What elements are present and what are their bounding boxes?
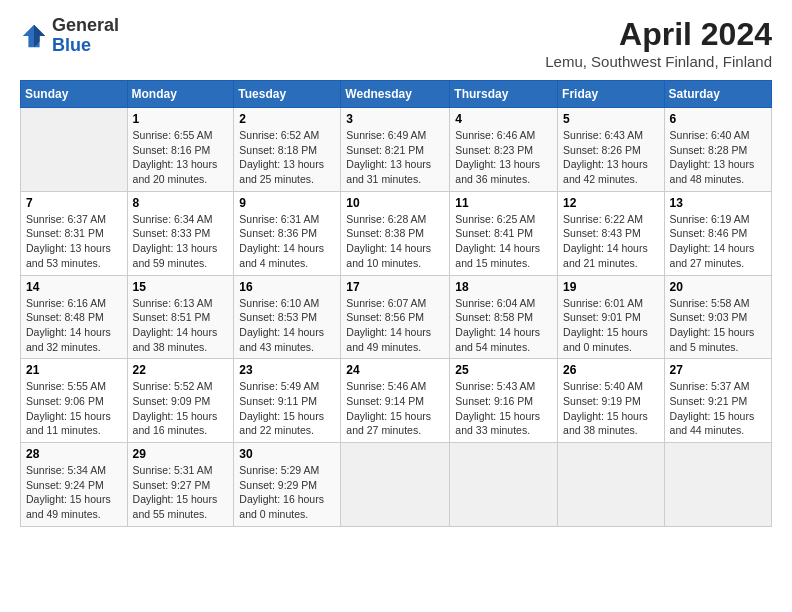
day-number: 2 xyxy=(239,112,335,126)
day-number: 10 xyxy=(346,196,444,210)
day-info: Sunrise: 6:04 AM Sunset: 8:58 PM Dayligh… xyxy=(455,296,552,355)
day-cell: 5Sunrise: 6:43 AM Sunset: 8:26 PM Daylig… xyxy=(558,108,665,192)
day-number: 14 xyxy=(26,280,122,294)
day-number: 5 xyxy=(563,112,659,126)
weekday-wednesday: Wednesday xyxy=(341,81,450,108)
day-info: Sunrise: 5:31 AM Sunset: 9:27 PM Dayligh… xyxy=(133,463,229,522)
day-cell: 21Sunrise: 5:55 AM Sunset: 9:06 PM Dayli… xyxy=(21,359,128,443)
day-cell: 19Sunrise: 6:01 AM Sunset: 9:01 PM Dayli… xyxy=(558,275,665,359)
day-info: Sunrise: 5:37 AM Sunset: 9:21 PM Dayligh… xyxy=(670,379,766,438)
day-info: Sunrise: 6:49 AM Sunset: 8:21 PM Dayligh… xyxy=(346,128,444,187)
day-number: 24 xyxy=(346,363,444,377)
weekday-thursday: Thursday xyxy=(450,81,558,108)
day-cell: 10Sunrise: 6:28 AM Sunset: 8:38 PM Dayli… xyxy=(341,191,450,275)
logo-icon xyxy=(20,22,48,50)
day-number: 26 xyxy=(563,363,659,377)
logo: General Blue xyxy=(20,16,119,56)
day-info: Sunrise: 6:01 AM Sunset: 9:01 PM Dayligh… xyxy=(563,296,659,355)
day-cell: 29Sunrise: 5:31 AM Sunset: 9:27 PM Dayli… xyxy=(127,443,234,527)
day-cell xyxy=(341,443,450,527)
day-number: 8 xyxy=(133,196,229,210)
day-number: 20 xyxy=(670,280,766,294)
day-number: 18 xyxy=(455,280,552,294)
day-number: 29 xyxy=(133,447,229,461)
day-number: 11 xyxy=(455,196,552,210)
weekday-friday: Friday xyxy=(558,81,665,108)
day-info: Sunrise: 5:52 AM Sunset: 9:09 PM Dayligh… xyxy=(133,379,229,438)
week-row-2: 7Sunrise: 6:37 AM Sunset: 8:31 PM Daylig… xyxy=(21,191,772,275)
day-cell: 16Sunrise: 6:10 AM Sunset: 8:53 PM Dayli… xyxy=(234,275,341,359)
day-cell xyxy=(450,443,558,527)
day-number: 21 xyxy=(26,363,122,377)
day-number: 28 xyxy=(26,447,122,461)
day-info: Sunrise: 6:34 AM Sunset: 8:33 PM Dayligh… xyxy=(133,212,229,271)
day-number: 22 xyxy=(133,363,229,377)
logo-blue-text: Blue xyxy=(52,36,119,56)
day-info: Sunrise: 6:07 AM Sunset: 8:56 PM Dayligh… xyxy=(346,296,444,355)
day-cell: 1Sunrise: 6:55 AM Sunset: 8:16 PM Daylig… xyxy=(127,108,234,192)
day-cell: 3Sunrise: 6:49 AM Sunset: 8:21 PM Daylig… xyxy=(341,108,450,192)
day-number: 19 xyxy=(563,280,659,294)
day-number: 7 xyxy=(26,196,122,210)
title-block: April 2024 Lemu, Southwest Finland, Finl… xyxy=(545,16,772,70)
day-info: Sunrise: 6:40 AM Sunset: 8:28 PM Dayligh… xyxy=(670,128,766,187)
day-info: Sunrise: 6:52 AM Sunset: 8:18 PM Dayligh… xyxy=(239,128,335,187)
day-info: Sunrise: 6:37 AM Sunset: 8:31 PM Dayligh… xyxy=(26,212,122,271)
weekday-monday: Monday xyxy=(127,81,234,108)
day-info: Sunrise: 6:25 AM Sunset: 8:41 PM Dayligh… xyxy=(455,212,552,271)
weekday-tuesday: Tuesday xyxy=(234,81,341,108)
day-info: Sunrise: 6:28 AM Sunset: 8:38 PM Dayligh… xyxy=(346,212,444,271)
day-cell: 26Sunrise: 5:40 AM Sunset: 9:19 PM Dayli… xyxy=(558,359,665,443)
day-number: 6 xyxy=(670,112,766,126)
day-cell: 13Sunrise: 6:19 AM Sunset: 8:46 PM Dayli… xyxy=(664,191,771,275)
day-cell: 28Sunrise: 5:34 AM Sunset: 9:24 PM Dayli… xyxy=(21,443,128,527)
day-number: 15 xyxy=(133,280,229,294)
day-cell: 11Sunrise: 6:25 AM Sunset: 8:41 PM Dayli… xyxy=(450,191,558,275)
day-cell xyxy=(558,443,665,527)
week-row-3: 14Sunrise: 6:16 AM Sunset: 8:48 PM Dayli… xyxy=(21,275,772,359)
weekday-sunday: Sunday xyxy=(21,81,128,108)
day-number: 13 xyxy=(670,196,766,210)
day-info: Sunrise: 5:34 AM Sunset: 9:24 PM Dayligh… xyxy=(26,463,122,522)
day-cell: 18Sunrise: 6:04 AM Sunset: 8:58 PM Dayli… xyxy=(450,275,558,359)
day-cell: 25Sunrise: 5:43 AM Sunset: 9:16 PM Dayli… xyxy=(450,359,558,443)
month-title: April 2024 xyxy=(545,16,772,53)
day-info: Sunrise: 5:49 AM Sunset: 9:11 PM Dayligh… xyxy=(239,379,335,438)
day-info: Sunrise: 6:16 AM Sunset: 8:48 PM Dayligh… xyxy=(26,296,122,355)
weekday-header-row: SundayMondayTuesdayWednesdayThursdayFrid… xyxy=(21,81,772,108)
day-cell: 7Sunrise: 6:37 AM Sunset: 8:31 PM Daylig… xyxy=(21,191,128,275)
day-cell: 4Sunrise: 6:46 AM Sunset: 8:23 PM Daylig… xyxy=(450,108,558,192)
week-row-4: 21Sunrise: 5:55 AM Sunset: 9:06 PM Dayli… xyxy=(21,359,772,443)
logo-general-text: General xyxy=(52,16,119,36)
day-number: 3 xyxy=(346,112,444,126)
day-cell: 14Sunrise: 6:16 AM Sunset: 8:48 PM Dayli… xyxy=(21,275,128,359)
day-info: Sunrise: 5:46 AM Sunset: 9:14 PM Dayligh… xyxy=(346,379,444,438)
week-row-1: 1Sunrise: 6:55 AM Sunset: 8:16 PM Daylig… xyxy=(21,108,772,192)
day-number: 27 xyxy=(670,363,766,377)
day-info: Sunrise: 5:40 AM Sunset: 9:19 PM Dayligh… xyxy=(563,379,659,438)
day-number: 30 xyxy=(239,447,335,461)
weekday-saturday: Saturday xyxy=(664,81,771,108)
day-number: 1 xyxy=(133,112,229,126)
day-info: Sunrise: 6:43 AM Sunset: 8:26 PM Dayligh… xyxy=(563,128,659,187)
day-cell: 24Sunrise: 5:46 AM Sunset: 9:14 PM Dayli… xyxy=(341,359,450,443)
day-cell: 27Sunrise: 5:37 AM Sunset: 9:21 PM Dayli… xyxy=(664,359,771,443)
page-header: General Blue April 2024 Lemu, Southwest … xyxy=(20,16,772,70)
day-cell: 23Sunrise: 5:49 AM Sunset: 9:11 PM Dayli… xyxy=(234,359,341,443)
day-cell xyxy=(21,108,128,192)
day-info: Sunrise: 6:46 AM Sunset: 8:23 PM Dayligh… xyxy=(455,128,552,187)
day-info: Sunrise: 6:13 AM Sunset: 8:51 PM Dayligh… xyxy=(133,296,229,355)
day-info: Sunrise: 6:19 AM Sunset: 8:46 PM Dayligh… xyxy=(670,212,766,271)
day-cell: 6Sunrise: 6:40 AM Sunset: 8:28 PM Daylig… xyxy=(664,108,771,192)
day-cell: 30Sunrise: 5:29 AM Sunset: 9:29 PM Dayli… xyxy=(234,443,341,527)
day-cell: 8Sunrise: 6:34 AM Sunset: 8:33 PM Daylig… xyxy=(127,191,234,275)
day-number: 25 xyxy=(455,363,552,377)
day-info: Sunrise: 5:58 AM Sunset: 9:03 PM Dayligh… xyxy=(670,296,766,355)
calendar-body: 1Sunrise: 6:55 AM Sunset: 8:16 PM Daylig… xyxy=(21,108,772,527)
location-title: Lemu, Southwest Finland, Finland xyxy=(545,53,772,70)
day-cell: 9Sunrise: 6:31 AM Sunset: 8:36 PM Daylig… xyxy=(234,191,341,275)
day-info: Sunrise: 6:55 AM Sunset: 8:16 PM Dayligh… xyxy=(133,128,229,187)
calendar-table: SundayMondayTuesdayWednesdayThursdayFrid… xyxy=(20,80,772,527)
day-cell: 2Sunrise: 6:52 AM Sunset: 8:18 PM Daylig… xyxy=(234,108,341,192)
day-number: 9 xyxy=(239,196,335,210)
